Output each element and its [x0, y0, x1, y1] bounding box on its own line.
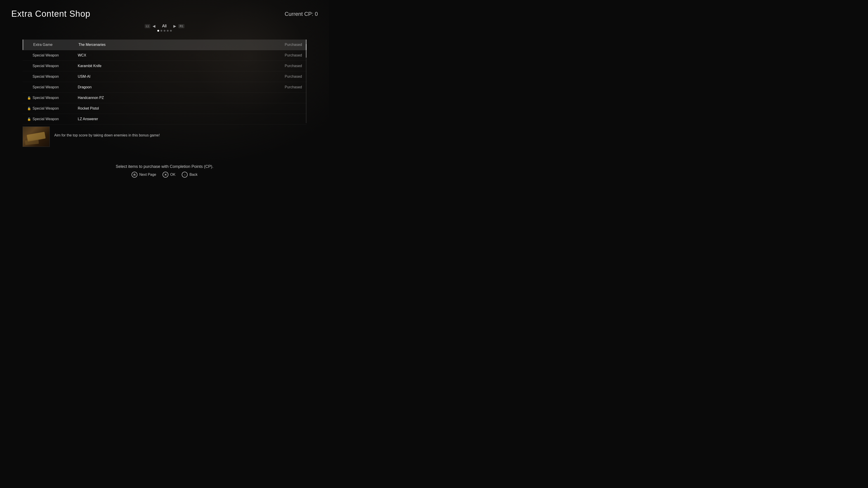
lock-icon: 🔒: [27, 117, 31, 121]
item-category: Special Weapon: [33, 96, 78, 100]
left-arrow[interactable]: ◀: [153, 24, 155, 28]
content-list: Extra GameThe MercenariesPurchasedSpecia…: [23, 39, 307, 125]
list-item[interactable]: 🔒Special WeaponHandcannon PZ: [23, 93, 307, 103]
item-category: Special Weapon: [33, 53, 78, 57]
list-item[interactable]: Special WeaponUSM-AIPurchased: [23, 71, 307, 82]
lock-icon: 🔒: [27, 96, 31, 100]
control-button: ○: [182, 172, 188, 177]
control-item-back[interactable]: ○Back: [182, 172, 197, 177]
item-name: Karambit Knife: [78, 64, 285, 68]
list-item[interactable]: Special WeaponDragoonPurchased: [23, 82, 307, 93]
item-status: Purchased: [285, 53, 302, 57]
filter-row: L1 ◀ All ▶ R1: [145, 24, 185, 29]
scrollbar[interactable]: [306, 44, 307, 123]
filter-dots: [157, 30, 172, 32]
controls-row: RNext Page✕OK○Back: [131, 172, 197, 177]
bottom-bar: Select items to purchase with Completion…: [0, 164, 329, 177]
item-status: Purchased: [285, 85, 302, 89]
list-item[interactable]: Extra GameThe MercenariesPurchased: [23, 39, 307, 50]
page-title: Extra Content Shop: [11, 9, 90, 19]
item-category: Special Weapon: [33, 85, 78, 89]
item-category: Special Weapon: [33, 106, 78, 110]
item-category: Special Weapon: [33, 74, 78, 78]
item-status: Purchased: [285, 64, 302, 68]
cp-display: Current CP: 0: [285, 11, 318, 17]
preview-description: Aim for the top score by taking down ene…: [54, 127, 160, 137]
instruction-text: Select items to purchase with Completion…: [116, 164, 213, 169]
item-name: USM-AI: [78, 74, 285, 78]
list-item[interactable]: 🔒Special WeaponRocket Pistol: [23, 103, 307, 114]
list-item[interactable]: 🔒Special WeaponLZ Answerer: [23, 114, 307, 125]
item-category: Special Weapon: [33, 64, 78, 68]
dot-5: [170, 30, 172, 32]
dot-4: [167, 30, 168, 32]
item-name: The Mercenaries: [79, 43, 285, 47]
scrollbar-thumb: [306, 44, 307, 58]
preview-image: [23, 127, 50, 147]
right-arrow[interactable]: ▶: [174, 24, 176, 28]
lock-icon: 🔒: [27, 107, 31, 110]
l1-key[interactable]: L1: [145, 24, 150, 28]
item-name: Rocket Pistol: [78, 106, 302, 110]
control-label: Back: [189, 173, 197, 177]
list-item[interactable]: Special WeaponWCXPurchased: [23, 50, 307, 61]
item-name: Dragoon: [78, 85, 285, 89]
item-category: Extra Game: [33, 43, 79, 47]
item-name: WCX: [78, 53, 285, 57]
dot-3: [164, 30, 165, 32]
header: Extra Content Shop Current CP: 0: [11, 9, 318, 19]
dot-1: [157, 30, 159, 32]
item-name: Handcannon PZ: [78, 96, 302, 100]
item-name: LZ Answerer: [78, 117, 302, 121]
item-category: Special Weapon: [33, 117, 78, 121]
item-status: Purchased: [285, 74, 302, 78]
control-button: ✕: [162, 172, 168, 177]
preview-section: Aim for the top score by taking down ene…: [23, 127, 160, 147]
dot-2: [160, 30, 162, 32]
list-item[interactable]: Special WeaponKarambit KnifePurchased: [23, 61, 307, 71]
r1-key[interactable]: R1: [178, 24, 184, 28]
control-label: Next Page: [139, 173, 156, 177]
control-label: OK: [170, 173, 176, 177]
control-item-next-page[interactable]: RNext Page: [131, 172, 156, 177]
filter-area: L1 ◀ All ▶ R1: [0, 24, 329, 32]
filter-current: All: [158, 24, 171, 29]
control-item-ok[interactable]: ✕OK: [162, 172, 176, 177]
control-button: R: [131, 172, 137, 177]
item-status: Purchased: [285, 43, 302, 47]
